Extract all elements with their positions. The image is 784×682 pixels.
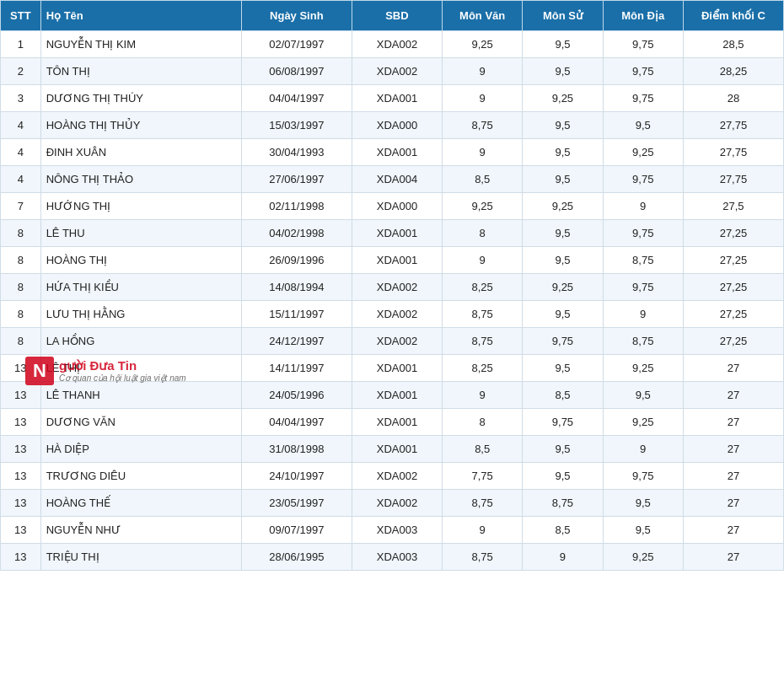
cell-diem: 27,25 <box>683 301 783 328</box>
cell-ho-ten: LÊ THU <box>40 220 241 247</box>
cell-stt: 4 <box>1 139 41 166</box>
cell-stt: 13 <box>1 409 41 436</box>
cell-diem: 27 <box>683 463 783 490</box>
cell-mon-van: 9 <box>443 139 523 166</box>
table-row: 13HOÀNG THẾ23/05/1997XDA0028,758,759,527 <box>1 490 784 517</box>
cell-mon-dia: 9,5 <box>603 490 683 517</box>
cell-mon-dia: 9 <box>603 193 683 220</box>
cell-ho-ten: NGUYỄN THỊ KIM <box>40 31 241 58</box>
cell-mon-su: 9,5 <box>523 31 603 58</box>
cell-sbd: XDA003 <box>352 517 442 544</box>
cell-stt: 3 <box>1 85 41 112</box>
cell-mon-dia: 9,5 <box>603 517 683 544</box>
cell-diem: 28,5 <box>683 31 783 58</box>
cell-mon-dia: 9,75 <box>603 58 683 85</box>
table-row: 8LÊ THU04/02/1998XDA00189,59,7527,25 <box>1 220 784 247</box>
cell-mon-van: 8,75 <box>443 112 523 139</box>
cell-stt: 13 <box>1 490 41 517</box>
table-row: 13TRƯƠNG DIÊU24/10/1997XDA0027,759,59,75… <box>1 463 784 490</box>
cell-ho-ten: TRƯƠNG DIÊU <box>40 463 241 490</box>
cell-mon-su: 9,25 <box>523 193 603 220</box>
table-row: 4HOÀNG THỊ THỦY15/03/1997XDA0008,759,59,… <box>1 112 784 139</box>
cell-mon-van: 9,25 <box>443 31 523 58</box>
cell-sbd: XDA002 <box>352 301 442 328</box>
cell-mon-su: 9,5 <box>523 463 603 490</box>
cell-mon-su: 9,25 <box>523 274 603 301</box>
cell-stt: 13 <box>1 517 41 544</box>
cell-diem: 27 <box>683 409 783 436</box>
table-row: 1NGUYỄN THỊ KIM02/07/1997XDA0029,259,59,… <box>1 31 784 58</box>
cell-mon-dia: 9,75 <box>603 274 683 301</box>
cell-diem: 27,75 <box>683 139 783 166</box>
cell-ngay-sinh: 28/06/1995 <box>241 544 352 571</box>
cell-ho-ten: DƯƠNG THỊ THÚY <box>40 85 241 112</box>
cell-ho-ten: HÀ DIỆP <box>40 436 241 463</box>
cell-diem: 27 <box>683 382 783 409</box>
cell-ho-ten: LÊ THỊ <box>40 355 241 382</box>
cell-ho-ten: HOÀNG THẾ <box>40 490 241 517</box>
cell-ngay-sinh: 27/06/1997 <box>241 166 352 193</box>
cell-mon-van: 8,75 <box>443 328 523 355</box>
cell-ngay-sinh: 24/12/1997 <box>241 328 352 355</box>
cell-diem: 27 <box>683 544 783 571</box>
cell-diem: 27,25 <box>683 328 783 355</box>
cell-sbd: XDA000 <box>352 112 442 139</box>
cell-mon-su: 8,5 <box>523 517 603 544</box>
cell-ho-ten: LƯU THỊ HẰNG <box>40 301 241 328</box>
table-row: 4ĐINH XUÂN30/04/1993XDA00199,59,2527,75 <box>1 139 784 166</box>
cell-stt: 13 <box>1 436 41 463</box>
table-row: 8HOÀNG THỊ26/09/1996XDA00199,58,7527,25 <box>1 247 784 274</box>
cell-ngay-sinh: 02/07/1997 <box>241 31 352 58</box>
cell-stt: 8 <box>1 274 41 301</box>
cell-mon-van: 9 <box>443 85 523 112</box>
cell-sbd: XDA002 <box>352 274 442 301</box>
cell-ho-ten: HOÀNG THỊ <box>40 247 241 274</box>
cell-mon-su: 9,5 <box>523 112 603 139</box>
table-row: 7HƯỚNG THỊ02/11/1998XDA0009,259,25927,5 <box>1 193 784 220</box>
cell-ngay-sinh: 09/07/1997 <box>241 517 352 544</box>
cell-diem: 27,75 <box>683 166 783 193</box>
cell-mon-su: 9,5 <box>523 139 603 166</box>
cell-ngay-sinh: 24/10/1997 <box>241 463 352 490</box>
cell-mon-dia: 9 <box>603 436 683 463</box>
cell-mon-su: 9,5 <box>523 436 603 463</box>
cell-ho-ten: DƯƠNG VĂN <box>40 409 241 436</box>
cell-sbd: XDA001 <box>352 355 442 382</box>
cell-mon-su: 9 <box>523 544 603 571</box>
table-row: 13DƯƠNG VĂN04/04/1997XDA00189,759,2527 <box>1 409 784 436</box>
cell-ngay-sinh: 30/04/1993 <box>241 139 352 166</box>
cell-diem: 27,75 <box>683 112 783 139</box>
cell-ngay-sinh: 14/08/1994 <box>241 274 352 301</box>
cell-mon-su: 9,25 <box>523 85 603 112</box>
cell-sbd: XDA001 <box>352 409 442 436</box>
header-ho-ten: Họ Tên <box>40 1 241 31</box>
cell-sbd: XDA002 <box>352 58 442 85</box>
cell-mon-van: 8,75 <box>443 544 523 571</box>
cell-diem: 27,25 <box>683 220 783 247</box>
cell-mon-su: 9,5 <box>523 58 603 85</box>
cell-stt: 8 <box>1 220 41 247</box>
cell-mon-van: 8,5 <box>443 436 523 463</box>
cell-ho-ten: TÔN THỊ <box>40 58 241 85</box>
table-row: 4NÔNG THỊ THẢO27/06/1997XDA0048,59,59,75… <box>1 166 784 193</box>
cell-mon-dia: 9,75 <box>603 31 683 58</box>
cell-ngay-sinh: 04/02/1998 <box>241 220 352 247</box>
cell-ho-ten: NÔNG THỊ THẢO <box>40 166 241 193</box>
cell-mon-van: 8 <box>443 220 523 247</box>
cell-mon-su: 9,5 <box>523 247 603 274</box>
cell-mon-dia: 9,25 <box>603 139 683 166</box>
cell-mon-dia: 9,75 <box>603 166 683 193</box>
header-diem-khoi-c: Điểm khối C <box>683 1 783 31</box>
cell-ngay-sinh: 04/04/1997 <box>241 409 352 436</box>
cell-mon-van: 9 <box>443 382 523 409</box>
cell-stt: 4 <box>1 166 41 193</box>
table-row: 13LÊ THANH24/05/1996XDA00198,59,527 <box>1 382 784 409</box>
cell-ho-ten: TRIỆU THỊ <box>40 544 241 571</box>
cell-ngay-sinh: 15/11/1997 <box>241 301 352 328</box>
cell-sbd: XDA001 <box>352 85 442 112</box>
cell-mon-su: 9,75 <box>523 409 603 436</box>
cell-stt: 8 <box>1 247 41 274</box>
cell-diem: 27,5 <box>683 193 783 220</box>
cell-mon-su: 9,5 <box>523 166 603 193</box>
cell-diem: 27 <box>683 436 783 463</box>
